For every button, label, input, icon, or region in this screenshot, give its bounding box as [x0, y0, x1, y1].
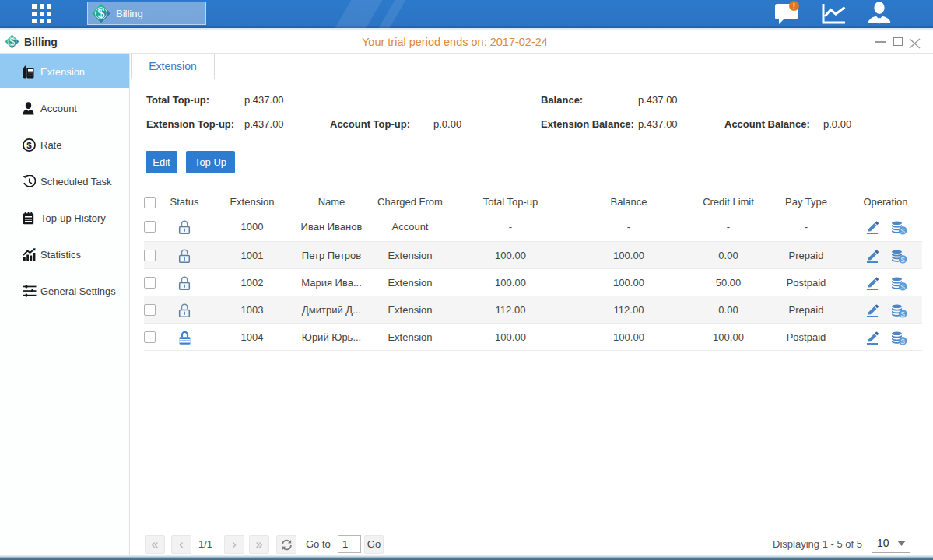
svg-text:$: $ — [26, 141, 32, 150]
svg-text:$: $ — [9, 37, 15, 47]
svg-text:!: ! — [793, 2, 795, 11]
svg-text:$: $ — [900, 309, 905, 317]
svg-text:$: $ — [900, 226, 905, 234]
svg-text:$: $ — [900, 282, 905, 290]
svg-text:$: $ — [900, 336, 905, 345]
svg-text:$: $ — [900, 254, 905, 263]
svg-text:$: $ — [98, 7, 105, 20]
